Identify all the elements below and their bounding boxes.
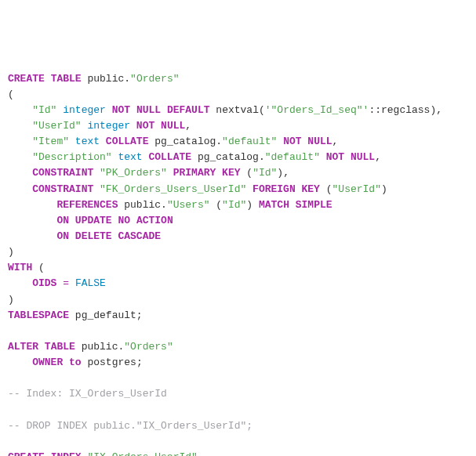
token-kw: to [69,356,82,368]
token-str: "FK_Orders_Users_UserId" [100,183,246,195]
token-str: "Id" [253,167,277,179]
token-kw: OWNER [32,356,63,368]
token-kw: REFERENCES [56,199,118,211]
token-def: nextval [216,104,259,116]
token-type: integer [63,104,106,116]
token-kw: DEFAULT [167,104,210,116]
token-kw: CONSTRAINT [32,183,93,195]
token-kw: KEY [302,183,320,195]
token-def: public [87,73,124,85]
token-str: "UserId" [332,183,381,195]
token-def: regclass [381,104,430,116]
sql-code-block: CREATE TABLE public."Orders" ( "Id" inte… [8,71,468,456]
token-kw: NULL [136,104,161,116]
token-kw: NULL [307,136,332,147]
token-kw: CREATE [8,73,45,85]
token-kw: FOREIGN [253,183,296,195]
token-kw: CONSTRAINT [32,167,93,179]
token-kw: ON [56,215,69,226]
token-op: = [63,277,69,289]
token-kw: NOT [136,120,154,132]
token-kw: NOT [283,136,301,147]
token-str: "UserId" [32,120,87,132]
token-str: "Description" [32,151,118,163]
token-kw: WITH [8,262,32,273]
token-str: "default" [265,151,326,163]
token-cmt: -- DROP INDEX public."IX_Orders_UserId"; [8,420,253,432]
token-str: "Item" [32,136,75,147]
token-str: "Orders" [124,341,173,353]
token-str: "Id" [32,104,63,116]
token-def: pg_catalog [198,151,259,163]
token-kw: INDEX [51,451,82,456]
token-def: public [124,199,161,211]
token-kw: TABLE [51,73,82,85]
token-kw: COLLATE [106,136,149,147]
token-kw: SIMPLE [296,199,332,211]
token-kw: ON [56,230,69,242]
token-str: "default" [222,136,283,147]
token-kw: ACTION [136,215,173,226]
token-def: pg_default [75,309,136,321]
token-str: "Orders" [130,73,179,85]
token-kw: OIDS [32,277,56,289]
token-str: "Id" [222,199,246,211]
token-type: FALSE [75,277,106,289]
token-kw: NO [118,215,130,226]
token-kw: MATCH [259,199,289,211]
token-kw: CREATE [8,451,45,456]
token-kw: TABLE [45,341,75,353]
token-kw: PRIMARY [173,167,216,179]
token-kw: UPDATE [75,215,112,226]
token-kw: NOT [112,104,130,116]
token-kw: COLLATE [148,151,191,163]
token-kw: KEY [222,167,240,179]
token-kw: NOT [326,151,344,163]
token-type: integer [87,120,130,132]
token-def: postgres [87,356,136,368]
token-str: "PK_Orders" [100,167,167,179]
token-kw: TABLESPACE [8,309,69,321]
token-cmt: -- Index: IX_Orders_UserId [8,388,167,400]
token-kw: NULL [351,151,375,163]
token-kw: DELETE [75,230,112,242]
token-str: "Users" [167,199,210,211]
token-type: text [75,136,100,147]
token-type: text [118,151,142,163]
token-str: '"Orders_Id_seq"' [265,104,369,116]
token-kw: NULL [161,120,185,132]
token-kw: ALTER [8,341,38,353]
token-kw: CASCADE [118,230,161,242]
token-str: "IX_Orders_UserId" [87,451,197,456]
token-def: public [82,341,118,353]
token-def: pg_catalog [154,136,216,147]
